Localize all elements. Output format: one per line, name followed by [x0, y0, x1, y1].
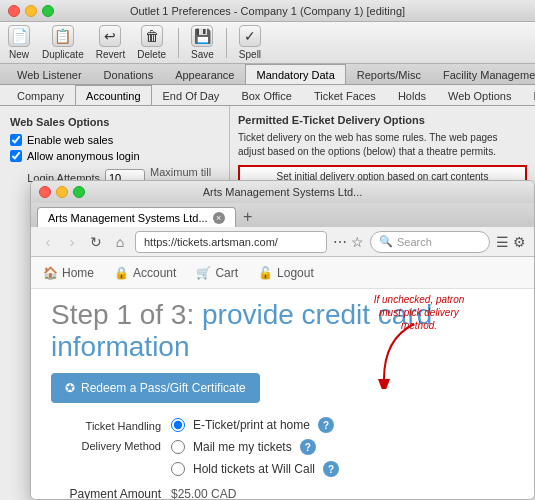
new-button[interactable]: 📄 New [8, 25, 30, 60]
title-bar: Outlet 1 Preferences - Company 1 (Compan… [0, 0, 535, 22]
delete-icon: 🗑 [141, 25, 163, 47]
tab-accounting[interactable]: Accounting [75, 85, 151, 106]
step-prefix: Step 1 of 3: [51, 299, 194, 330]
new-tab-button[interactable]: + [238, 207, 258, 227]
will-call-info-icon[interactable]: ? [323, 461, 339, 477]
forward-button[interactable]: › [63, 233, 81, 251]
duplicate-label: Duplicate [42, 49, 84, 60]
tab-facility-management[interactable]: Facility Management [432, 64, 535, 85]
delivery-section: Ticket Handling Delivery Method E-Ticket… [51, 417, 514, 477]
tab-donations[interactable]: Donations [93, 64, 165, 85]
browser-toolbar-icons: ⋯ ☆ [333, 234, 364, 250]
redeem-button[interactable]: ✪ Redeem a Pass/Gift Certificate [51, 373, 260, 403]
browser-titlebar: Arts Management Systems Ltd... [31, 181, 534, 203]
save-button[interactable]: 💾 Save [191, 25, 214, 60]
eticket-option: E-Ticket/print at home ? [171, 417, 339, 433]
browser-page-content: If unchecked, patron must pick delivery … [31, 289, 534, 499]
tab-mandatory-data[interactable]: Mandatory Data [245, 64, 345, 85]
toolbar-separator [178, 28, 179, 58]
nav-account[interactable]: 🔒 Account [114, 266, 176, 280]
tab-reports-misc[interactable]: Reports/Misc [346, 64, 432, 85]
bookmark-icon[interactable]: ⋯ [333, 234, 347, 250]
nav-logout-label: Logout [277, 266, 314, 280]
main-toolbar: 📄 New 📋 Duplicate ↩ Revert 🗑 Delete 💾 Sa… [0, 22, 535, 64]
mail-label: Mail me my tickets [193, 440, 292, 454]
nav-home[interactable]: 🏠 Home [43, 266, 94, 280]
mail-info-icon[interactable]: ? [300, 439, 316, 455]
red-arrow-svg [354, 319, 434, 389]
refresh-button[interactable]: ↻ [87, 233, 105, 251]
tab-appearance[interactable]: Appearance [164, 64, 245, 85]
tab-web-listener[interactable]: Web Listener [6, 64, 93, 85]
browser-toolbar: ‹ › ↻ ⌂ https://tickets.artsman.com/ ⋯ ☆… [31, 227, 534, 257]
home-button[interactable]: ⌂ [111, 233, 129, 251]
sidebar-icon[interactable]: ☰ [496, 234, 509, 250]
mail-radio[interactable] [171, 440, 185, 454]
tab-web-options[interactable]: Web Options [437, 85, 522, 106]
browser-tab-label: Arts Management Systems Ltd... [48, 212, 208, 224]
enable-web-sales-label: Enable web sales [27, 134, 113, 146]
browser-tab-active[interactable]: Arts Management Systems Ltd... × [37, 207, 236, 227]
delete-button[interactable]: 🗑 Delete [137, 25, 166, 60]
revert-button[interactable]: ↩ Revert [96, 25, 125, 60]
tab-box-office[interactable]: Box Office [230, 85, 303, 106]
browser-traffic-lights [39, 186, 85, 198]
payment-amount-label: Payment Amount [51, 487, 171, 499]
browser-tabs: Arts Management Systems Ltd... × + [31, 203, 534, 227]
browser-extra-icons: ☰ ⚙ [496, 234, 526, 250]
nav-account-label: Account [133, 266, 176, 280]
eticket-label: E-Ticket/print at home [193, 418, 310, 432]
logout-icon: 🔓 [258, 266, 273, 280]
tab-end-of-day[interactable]: End Of Day [152, 85, 231, 106]
eticket-radio[interactable] [171, 418, 185, 432]
tab-holds[interactable]: Holds [387, 85, 437, 106]
will-call-label: Hold tickets at Will Call [193, 462, 315, 476]
close-button[interactable] [8, 5, 20, 17]
home-icon: 🏠 [43, 266, 58, 280]
toolbar-separator-2 [226, 28, 227, 58]
page-nav-bar: 🏠 Home 🔒 Account 🛒 Cart 🔓 Logout [31, 257, 534, 289]
duplicate-icon: 📋 [52, 25, 74, 47]
browser-tab-close[interactable]: × [213, 212, 225, 224]
search-bar[interactable]: 🔍 Search [370, 231, 490, 253]
will-call-option: Hold tickets at Will Call ? [171, 461, 339, 477]
enable-web-sales-row: Enable web sales [10, 134, 219, 146]
new-label: New [9, 49, 29, 60]
extension-icon[interactable]: ⚙ [513, 234, 526, 250]
cart-icon: 🛒 [196, 266, 211, 280]
delivery-method-label: Ticket Handling Delivery Method [51, 417, 171, 477]
spell-button[interactable]: ✓ Spell [239, 25, 261, 60]
will-call-radio[interactable] [171, 462, 185, 476]
nav-logout[interactable]: 🔓 Logout [258, 266, 314, 280]
spell-icon: ✓ [239, 25, 261, 47]
redeem-icon: ✪ [65, 381, 75, 395]
web-sales-options-title: Web Sales Options [10, 116, 219, 128]
minimize-button[interactable] [25, 5, 37, 17]
search-placeholder: Search [397, 236, 432, 248]
enable-web-sales-checkbox[interactable] [10, 134, 22, 146]
browser-minimize-button[interactable] [56, 186, 68, 198]
back-button[interactable]: ‹ [39, 233, 57, 251]
url-bar[interactable]: https://tickets.artsman.com/ [135, 231, 327, 253]
bookmark-star-icon[interactable]: ☆ [351, 234, 364, 250]
lock-icon: 🔒 [114, 266, 129, 280]
nav-cart[interactable]: 🛒 Cart [196, 266, 238, 280]
mail-option: Mail me my tickets ? [171, 439, 339, 455]
window-title: Outlet 1 Preferences - Company 1 (Compan… [130, 5, 405, 17]
duplicate-button[interactable]: 📋 Duplicate [42, 25, 84, 60]
eticket-info-icon[interactable]: ? [318, 417, 334, 433]
tab-ticket-faces[interactable]: Ticket Faces [303, 85, 387, 106]
nav-home-label: Home [62, 266, 94, 280]
spell-label: Spell [239, 49, 261, 60]
new-icon: 📄 [8, 25, 30, 47]
save-label: Save [191, 49, 214, 60]
tab-company[interactable]: Company [6, 85, 75, 106]
browser-close-button[interactable] [39, 186, 51, 198]
maximize-button[interactable] [42, 5, 54, 17]
browser-maximize-button[interactable] [73, 186, 85, 198]
tab-director[interactable]: Director [522, 85, 535, 106]
allow-anonymous-login-checkbox[interactable] [10, 150, 22, 162]
payment-row: Payment Amount $25.00 CAD [51, 487, 514, 499]
allow-anonymous-login-label: Allow anonymous login [27, 150, 140, 162]
browser-window-title: Arts Management Systems Ltd... [203, 186, 363, 198]
